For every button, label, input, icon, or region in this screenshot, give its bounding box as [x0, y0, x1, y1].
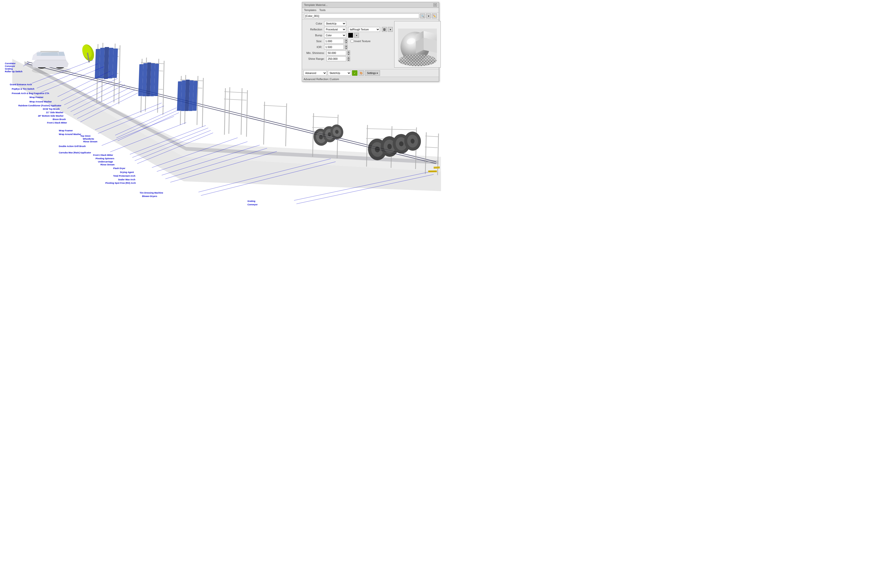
svg-text:21" Side Washer: 21" Side Washer: [46, 111, 63, 114]
min-shininess-up[interactable]: ▲: [347, 51, 350, 53]
svg-text:Bison Brush: Bison Brush: [52, 118, 66, 120]
svg-text:Rinse Stream: Rinse Stream: [83, 140, 98, 143]
min-shininess-down[interactable]: ▼: [347, 53, 350, 56]
settings-chevron: ▾: [376, 72, 378, 75]
paint-dropper-btn[interactable]: ✏️: [432, 14, 437, 18]
svg-text:Blower-Dryers: Blower-Dryers: [142, 195, 157, 198]
svg-text:Tire Dressing Machine: Tire Dressing Machine: [140, 192, 163, 194]
material-panel: Template Material... × Templates Tools 🔍…: [302, 2, 439, 82]
ior-down[interactable]: ▼: [345, 47, 348, 50]
ior-up[interactable]: ▲: [345, 45, 348, 47]
shine-range-input[interactable]: [327, 56, 346, 61]
search-row: 🔍 ▾ ✏️: [302, 12, 439, 20]
svg-rect-16: [40, 51, 59, 52]
invert-texture-checkbox[interactable]: [351, 40, 354, 43]
paint-button[interactable]: 🎨: [358, 70, 364, 76]
svg-text:Conveyor: Conveyor: [248, 203, 258, 206]
svg-text:Undercarriage: Undercarriage: [98, 160, 113, 163]
ior-label: IOR:: [303, 46, 323, 48]
svg-text:Double Action Grill Brush: Double Action Grill Brush: [59, 145, 86, 147]
svg-rect-100: [434, 166, 440, 169]
texture-thumbnail-btn[interactable]: 🖼: [382, 27, 387, 32]
apply-button[interactable]: ✓: [352, 70, 357, 76]
svg-text:PopEye & Tire Switch: PopEye & Tire Switch: [12, 88, 34, 90]
color-label: Color: [303, 22, 323, 25]
main-canvas: Correlator Conveyor Grating Roller Up Sw…: [0, 0, 441, 294]
panel-body: Color SketchUp Reflection Procedural twl…: [302, 20, 439, 69]
svg-text:Grand Entrance Arch: Grand Entrance Arch: [10, 83, 32, 86]
ior-spinner: ▲ ▼: [345, 45, 348, 50]
ior-input[interactable]: [324, 45, 344, 50]
svg-point-181: [399, 54, 436, 65]
svg-rect-168: [428, 171, 437, 172]
size-input[interactable]: [324, 39, 344, 44]
svg-text:Grating: Grating: [248, 200, 255, 202]
min-shininess-input[interactable]: [327, 51, 346, 56]
svg-text:Total Protectant Arch: Total Protectant Arch: [113, 175, 135, 177]
tools-menu[interactable]: Tools: [319, 9, 326, 12]
engine-select[interactable]: SketchUp: [328, 70, 351, 76]
templates-menu[interactable]: Templates: [304, 9, 316, 12]
status-bar: Advanced Reflection::Custom: [302, 76, 439, 81]
svg-text:Presoak Arch & Bug Fragrance C: Presoak Arch & Bug Fragrance CTA: [12, 92, 50, 94]
search-input[interactable]: [304, 14, 419, 18]
mode-select[interactable]: Advanced: [303, 70, 327, 76]
panel-menubar: Templates Tools: [302, 8, 439, 12]
dropdown-icon-btn[interactable]: ▾: [426, 14, 431, 18]
shine-range-spinner: ▲ ▼: [347, 56, 350, 61]
reflection-label: Reflection: [303, 28, 323, 31]
texture-expand-btn[interactable]: ▾: [388, 27, 393, 32]
bump-label: Bump: [303, 34, 323, 37]
color-select[interactable]: SketchUp: [324, 21, 346, 26]
svg-text:Wrap Foamer: Wrap Foamer: [29, 96, 44, 99]
shine-range-label: Shine Range:: [303, 57, 326, 60]
ior-row: IOR: ▲ ▼: [303, 45, 393, 50]
bump-color-swatch[interactable]: [348, 33, 353, 38]
size-up[interactable]: ▲: [345, 39, 348, 41]
shine-range-down[interactable]: ▼: [347, 59, 350, 61]
svg-text:Sealer Wax Arch: Sealer Wax Arch: [118, 178, 135, 181]
svg-text:Roller Up Switch: Roller Up Switch: [5, 70, 22, 73]
svg-text:Rinse Stream: Rinse Stream: [100, 164, 115, 166]
svg-text:Pivoting Spot Free (RO) Arch: Pivoting Spot Free (RO) Arch: [105, 182, 136, 184]
panel-title: Template Material...: [304, 3, 328, 6]
color-row: Color SketchUp: [303, 21, 393, 26]
status-text: Advanced Reflection::Custom: [303, 78, 339, 81]
svg-text:Grating: Grating: [5, 68, 13, 70]
settings-button[interactable]: Settings ▾: [365, 70, 380, 76]
svg-text:DCW Top Brush: DCW Top Brush: [43, 108, 60, 110]
shine-range-up[interactable]: ▲: [347, 56, 350, 59]
reflection-row: Reflection Procedural twlRough Texture 🖼…: [303, 27, 393, 32]
size-spinner: ▲ ▼: [345, 39, 348, 44]
svg-text:Wrap Around Washer: Wrap Around Washer: [29, 100, 52, 103]
panel-close-button[interactable]: ×: [434, 3, 437, 7]
svg-text:Pivoting Spinners: Pivoting Spinners: [96, 157, 114, 160]
settings-label: Settings: [367, 72, 376, 75]
svg-text:Correlator: Correlator: [5, 62, 16, 64]
bump-color-expand[interactable]: ▾: [354, 33, 359, 38]
reflection-select[interactable]: Procedural: [324, 27, 346, 32]
svg-text:Wheelbrite: Wheelbrite: [83, 138, 94, 140]
invert-texture-label: Invert Texture: [351, 40, 370, 43]
svg-marker-11: [32, 60, 69, 68]
size-down[interactable]: ▼: [345, 41, 348, 44]
svg-text:Wrap Around Washer: Wrap Around Washer: [59, 133, 81, 135]
size-row: Size: ▲ ▼ Invert Texture: [303, 39, 393, 44]
min-shininess-label: Min. Shininess:: [303, 51, 326, 54]
min-shininess-spinner: ▲ ▼: [347, 51, 350, 56]
bump-row: Bump Color ▾: [303, 33, 393, 38]
bump-select[interactable]: Color: [324, 33, 346, 38]
panel-titlebar: Template Material... ×: [302, 2, 439, 8]
search-icon-btn[interactable]: 🔍: [420, 14, 425, 18]
panel-controls: Color SketchUp Reflection Procedural twl…: [303, 21, 393, 68]
svg-text:Front 2 Back Mitter: Front 2 Back Mitter: [93, 154, 113, 156]
material-preview: [394, 21, 441, 68]
min-shininess-row: Min. Shininess: ▲ ▼: [303, 51, 393, 56]
svg-text:Top Omni: Top Omni: [80, 135, 90, 137]
reflection-texture-select[interactable]: twlRough Texture: [348, 27, 380, 32]
svg-text:Flash Dryer: Flash Dryer: [113, 167, 126, 170]
shine-range-row: Shine Range: ▲ ▼: [303, 56, 393, 61]
svg-text:Wrap Foamer: Wrap Foamer: [59, 129, 73, 132]
svg-text:Conveyor: Conveyor: [5, 65, 15, 68]
svg-text:Front 2 Back Mitter: Front 2 Back Mitter: [47, 122, 67, 124]
